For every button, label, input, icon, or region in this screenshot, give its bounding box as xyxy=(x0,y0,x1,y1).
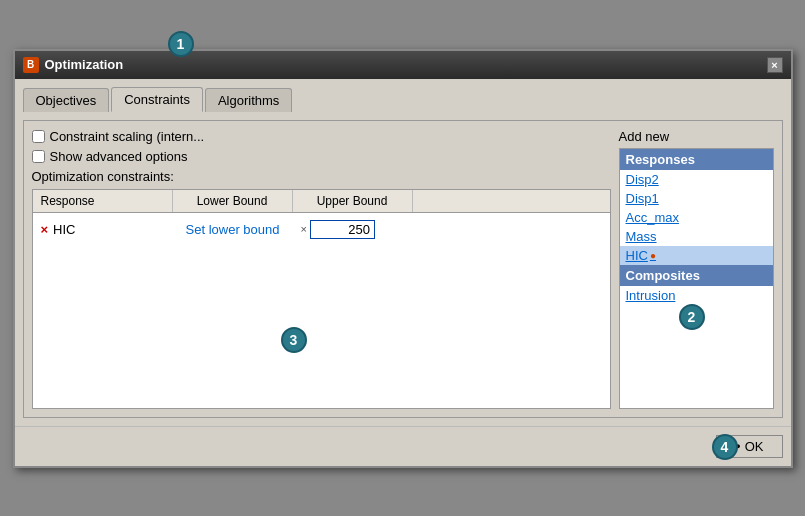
response-item-disp2[interactable]: Disp2 xyxy=(620,170,773,189)
lower-bound-cell: Set lower bound xyxy=(173,219,293,240)
col-response: Response xyxy=(33,190,173,212)
annotation-badge-4: 4 xyxy=(712,434,738,460)
col-upper-bound: Upper Bound xyxy=(293,190,413,212)
tab-objectives[interactable]: Objectives xyxy=(23,88,110,112)
dialog-title: Optimization xyxy=(45,57,124,72)
add-new-label: Add new xyxy=(619,129,774,144)
responses-header: Responses xyxy=(620,149,773,170)
response-item-hic[interactable]: HIC ● xyxy=(620,246,773,265)
dialog-footer: ● OK xyxy=(15,426,791,466)
col-lower-bound: Lower Bound xyxy=(173,190,293,212)
constraint-scaling-row: Constraint scaling (intern... xyxy=(32,129,611,144)
show-advanced-label: Show advanced options xyxy=(50,149,188,164)
row-response-cell: × HIC xyxy=(33,219,173,240)
ok-label: OK xyxy=(745,439,764,454)
composites-header: Composites xyxy=(620,265,773,286)
dialog-body: Objectives Constraints Algorithms Constr… xyxy=(15,79,791,426)
left-panel: Constraint scaling (intern... Show advan… xyxy=(32,129,611,409)
show-advanced-row: Show advanced options xyxy=(32,149,611,164)
right-panel: Add new Responses Disp2 Disp1 Acc_max Ma… xyxy=(619,129,774,409)
response-item-disp1[interactable]: Disp1 xyxy=(620,189,773,208)
tabs-container: Objectives Constraints Algorithms xyxy=(23,87,783,112)
constraints-table: Response Lower Bound Upper Bound × HIC S… xyxy=(32,189,611,409)
constraint-scaling-checkbox[interactable] xyxy=(32,130,45,143)
annotation-badge-1: 1 xyxy=(168,31,194,57)
tab-constraints[interactable]: Constraints xyxy=(111,87,203,112)
constraints-section-label: Optimization constraints: xyxy=(32,169,611,184)
responses-list: Responses Disp2 Disp1 Acc_max Mass HIC ●… xyxy=(619,148,774,409)
response-item-acc-max[interactable]: Acc_max xyxy=(620,208,773,227)
optimization-dialog: B Optimization × Objectives Constraints … xyxy=(13,49,793,468)
tab-algorithms[interactable]: Algorithms xyxy=(205,88,292,112)
constraint-scaling-label: Constraint scaling (intern... xyxy=(50,129,205,144)
show-advanced-checkbox[interactable] xyxy=(32,150,45,163)
response-name: HIC xyxy=(53,222,75,237)
tab-content: Constraint scaling (intern... Show advan… xyxy=(23,120,783,418)
table-header: Response Lower Bound Upper Bound xyxy=(33,190,610,213)
close-button[interactable]: × xyxy=(767,57,783,73)
annotation-badge-2: 2 xyxy=(679,304,705,330)
hic-dot: ● xyxy=(650,250,656,261)
app-icon: B xyxy=(23,57,39,73)
response-item-mass[interactable]: Mass xyxy=(620,227,773,246)
upper-bound-cell: × xyxy=(293,217,413,242)
remove-row-button[interactable]: × xyxy=(41,222,49,237)
upper-bound-cross: × xyxy=(301,223,307,235)
title-bar: B Optimization × xyxy=(15,51,791,79)
composite-item-intrusion[interactable]: Intrusion xyxy=(620,286,773,305)
upper-bound-input[interactable] xyxy=(310,220,375,239)
table-row: × HIC Set lower bound × xyxy=(33,213,610,246)
set-lower-bound-link[interactable]: Set lower bound xyxy=(186,222,280,237)
annotation-badge-3: 3 xyxy=(281,327,307,353)
